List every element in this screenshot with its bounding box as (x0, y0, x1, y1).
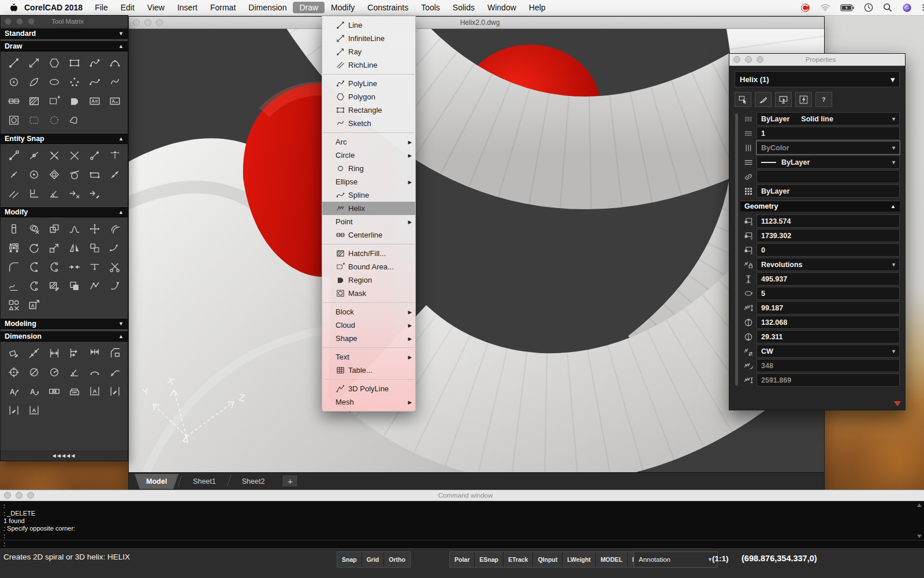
tool-snap-tangent[interactable] (64, 165, 84, 184)
section-header-dimension[interactable]: Dimension ▲ (1, 331, 128, 342)
expand-arrow-icon[interactable]: ▼ (118, 321, 124, 327)
quick-action-icon[interactable] (795, 92, 812, 107)
tool-weld[interactable] (44, 257, 64, 276)
tool-sketch[interactable] (105, 72, 125, 91)
tool-infinite-line[interactable] (24, 53, 44, 72)
screen-icon[interactable] (775, 92, 792, 107)
properties-titlebar[interactable]: Properties (729, 54, 905, 66)
collapse-arrow-icon[interactable]: ▲ (118, 136, 124, 142)
tool-snap-insertion[interactable] (84, 165, 105, 184)
menu-item-table[interactable]: Table... (322, 364, 415, 377)
menubar-item-view[interactable]: View (141, 2, 171, 13)
tab-sheet2[interactable]: Sheet2 (230, 474, 277, 489)
command-input[interactable]: : (0, 540, 924, 548)
tool-snap-midpoint[interactable] (24, 146, 44, 165)
tool-leader[interactable] (105, 362, 125, 381)
toggle-lweight[interactable]: LWeight (562, 552, 596, 567)
tool-edit-curves[interactable] (3, 276, 24, 295)
tool-ordinate-dimension[interactable] (105, 343, 125, 362)
tool-baseline-dimension[interactable] (64, 343, 84, 362)
tool-stretch[interactable] (64, 219, 84, 238)
menu-item-polygon[interactable]: Polygon (322, 90, 415, 103)
line-color-field[interactable]: ByLayer ▾ (757, 155, 900, 169)
tool-dimension-style[interactable] (64, 381, 84, 401)
revolutions-field[interactable]: 5 (757, 287, 900, 300)
menubar-item-edit[interactable]: Edit (114, 2, 141, 13)
position-y-field[interactable]: 1739.302 (757, 229, 900, 242)
toggle-snap[interactable]: Snap (337, 552, 362, 567)
scroll-up-icon[interactable] (917, 503, 922, 507)
tool-rectangle[interactable] (64, 53, 84, 72)
collapse-arrow-icon[interactable]: ▲ (118, 334, 124, 339)
tool-snap-parallel[interactable] (3, 184, 24, 203)
toggle-qinput[interactable]: QInput (533, 552, 562, 567)
search-icon[interactable] (883, 3, 892, 12)
menu-item-ray[interactable]: Ray (322, 45, 415, 58)
apple-icon[interactable] (8, 3, 20, 12)
list-icon[interactable] (922, 3, 924, 12)
annotation-scale-select[interactable]: Annotation ▼ (634, 551, 718, 568)
toggle-etrack[interactable]: ETrack (504, 552, 533, 567)
tool-snap-tracking[interactable] (84, 184, 105, 203)
menubar-item-help[interactable]: Help (523, 2, 552, 13)
section-header-modeling[interactable]: Modeling ▼ (1, 318, 128, 329)
tool-centerline[interactable] (3, 91, 24, 110)
tool-ellipse-arc[interactable] (24, 72, 44, 91)
window-controls[interactable] (733, 56, 763, 63)
tool-snap-intersection[interactable] (44, 146, 64, 165)
help-icon[interactable]: ? (815, 92, 832, 107)
clock-icon[interactable] (864, 3, 873, 12)
tool-tolerance[interactable] (44, 381, 64, 401)
line-style-field[interactable]: ByLayer Solid line ▾ (757, 112, 900, 125)
tool-mirror[interactable] (64, 238, 84, 257)
toggle-polar[interactable]: Polar (450, 552, 475, 567)
menu-item-bound-area[interactable]: Bound Area... (322, 260, 415, 273)
tool-text[interactable]: A (84, 91, 105, 110)
menubar-item-solids[interactable]: Solids (446, 2, 481, 13)
tool-circular-cloud[interactable] (44, 110, 64, 129)
tool-split[interactable] (24, 276, 44, 295)
tool-diameter-dimension[interactable] (24, 362, 44, 381)
collapse-arrow-icon[interactable]: ▲ (891, 203, 896, 209)
tool-edit-hatch[interactable] (44, 276, 64, 295)
tool-aligned-dimension[interactable] (24, 343, 44, 362)
section-header-entity-snap[interactable]: Entity Snap ▲ (1, 133, 128, 144)
tool-center-mark[interactable] (3, 362, 24, 381)
collapse-arrow-icon[interactable]: ▲ (118, 43, 124, 49)
tool-angular-dimension[interactable] (64, 362, 84, 381)
toggle-grid[interactable]: Grid (362, 552, 385, 567)
collapse-arrow-icon[interactable]: ▲ (118, 209, 124, 215)
tool-snap-quadrant[interactable] (44, 165, 64, 184)
turn-slope-field[interactable]: 348 (757, 359, 900, 372)
tool-trim[interactable] (105, 257, 125, 276)
section-header-draw[interactable]: Draw ▲ (1, 40, 128, 51)
tool-spline[interactable] (84, 72, 105, 91)
tool-snap-extension[interactable] (84, 146, 105, 165)
tool-rectangular-cloud[interactable] (24, 110, 44, 129)
tool-mask[interactable] (3, 110, 24, 129)
section-header-standard[interactable]: Standard ▼ (1, 28, 128, 39)
menu-item-spline[interactable]: Spline (322, 188, 415, 202)
tool-move[interactable] (84, 219, 105, 238)
tool-combine[interactable] (64, 276, 84, 295)
tool-radius-dimension[interactable] (44, 362, 64, 381)
menu-item-block[interactable]: Block ▶ (322, 305, 415, 318)
constrain-field[interactable]: Revolutions ▾ (757, 258, 900, 271)
menu-item-shape[interactable]: Shape ▶ (322, 332, 415, 345)
tool-convert-to-shape[interactable] (3, 295, 24, 314)
tool-linear-dimension[interactable] (44, 343, 64, 362)
collapse-arrows-icon[interactable]: ◀◀◀◀◀ (1, 451, 128, 461)
line-weight-field[interactable]: ByColor ▾ (757, 141, 900, 154)
menu-item-hatch-fill[interactable]: Hatch/Fill... (322, 247, 415, 260)
tool-align-dimension-text[interactable]: A (24, 401, 44, 420)
tool-smart-dimension[interactable] (3, 343, 24, 362)
menu-item-text[interactable]: Text ▶ (322, 350, 415, 364)
tool-snap-center[interactable] (24, 165, 44, 184)
menubar-item-tools[interactable]: Tools (415, 2, 446, 13)
tool-align[interactable] (84, 238, 105, 257)
tool-explode-text[interactable]: A (24, 295, 44, 314)
command-history[interactable]: :: _DELETE1 found: Specify opposite corn… (0, 501, 924, 540)
tool-text-angle[interactable]: A (3, 381, 24, 401)
scrollbar[interactable] (735, 113, 738, 386)
tool-edit-dimension[interactable] (105, 381, 125, 401)
